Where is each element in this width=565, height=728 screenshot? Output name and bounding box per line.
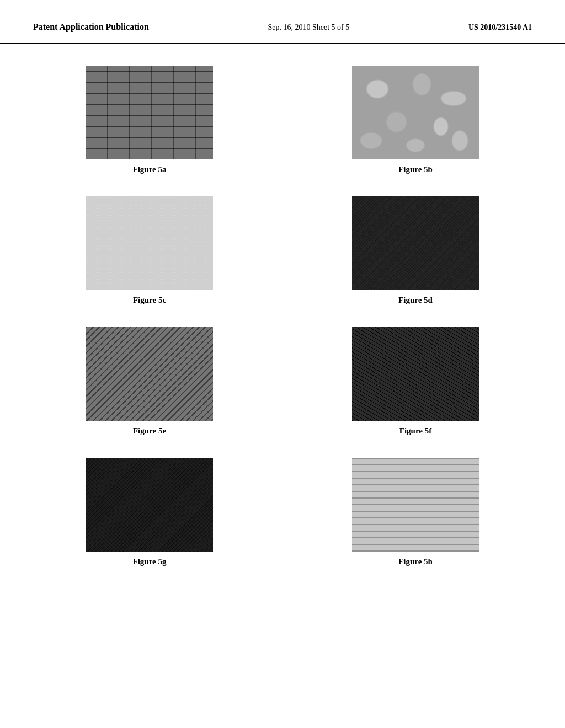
- figure-5h: Figure 5h: [299, 458, 532, 566]
- figure-5e-label: Figure 5e: [133, 426, 166, 436]
- figure-5g: Figure 5g: [33, 458, 266, 566]
- figures-grid: Figure 5a Figure 5b Figure 5c Figure 5d …: [0, 44, 565, 588]
- figure-5c-image: [86, 196, 213, 290]
- page-header: Patent Application Publication Sep. 16, …: [0, 0, 565, 44]
- figure-5f: Figure 5f: [299, 327, 532, 436]
- figure-5h-image: [352, 458, 479, 552]
- figure-5f-image: [352, 327, 479, 421]
- figure-5g-image: [86, 458, 213, 552]
- figure-5h-label: Figure 5h: [398, 557, 433, 566]
- figure-5c: Figure 5c: [33, 196, 266, 305]
- figure-5d-image: [352, 196, 479, 290]
- figure-5b-label: Figure 5b: [398, 165, 433, 174]
- figure-5d: Figure 5d: [299, 196, 532, 305]
- publication-date-sheet: Sep. 16, 2010 Sheet 5 of 5: [268, 23, 349, 32]
- figure-5e-image: [86, 327, 213, 421]
- figure-5c-label: Figure 5c: [133, 296, 166, 305]
- figure-5e: Figure 5e: [33, 327, 266, 436]
- figure-5f-label: Figure 5f: [399, 426, 431, 436]
- figure-5a-label: Figure 5a: [133, 165, 167, 174]
- figure-5b-image: [352, 66, 479, 159]
- figure-5d-label: Figure 5d: [398, 296, 433, 305]
- publication-title: Patent Application Publication: [33, 22, 149, 32]
- figure-5b: Figure 5b: [299, 66, 532, 174]
- publication-number: US 2010/231540 A1: [468, 23, 532, 32]
- figure-5g-label: Figure 5g: [133, 557, 167, 566]
- figure-5a: Figure 5a: [33, 66, 266, 174]
- figure-5a-image: [86, 66, 213, 159]
